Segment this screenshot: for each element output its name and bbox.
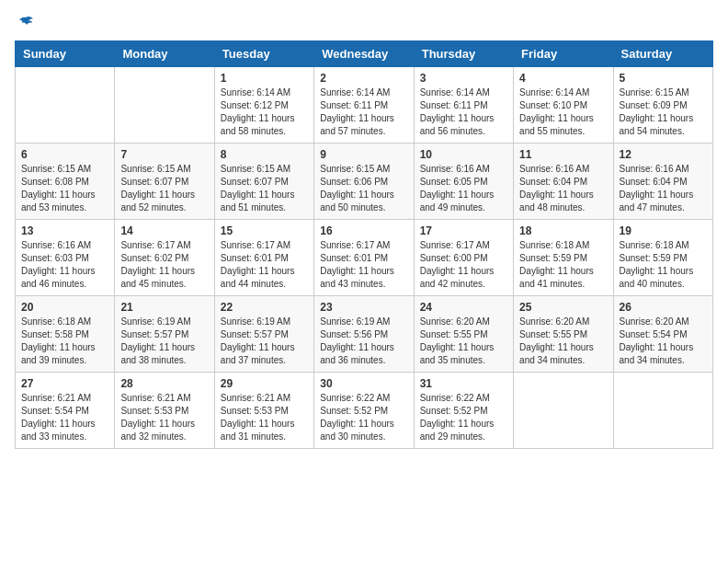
calendar-cell: 8Sunrise: 6:15 AM Sunset: 6:07 PM Daylig… — [214, 144, 313, 220]
day-number: 31 — [420, 377, 507, 390]
calendar-cell: 25Sunrise: 6:20 AM Sunset: 5:55 PM Dayli… — [514, 296, 613, 373]
logo — [15, 15, 35, 33]
logo-bird-icon — [17, 15, 35, 33]
calendar-week-2: 13Sunrise: 6:16 AM Sunset: 6:03 PM Dayli… — [16, 220, 713, 296]
calendar-cell: 19Sunrise: 6:18 AM Sunset: 5:59 PM Dayli… — [613, 220, 712, 296]
calendar-cell — [613, 373, 712, 449]
calendar-cell: 24Sunrise: 6:20 AM Sunset: 5:55 PM Dayli… — [414, 296, 513, 373]
day-number: 6 — [21, 148, 108, 161]
calendar-body: 1Sunrise: 6:14 AM Sunset: 6:12 PM Daylig… — [16, 67, 713, 449]
day-info: Sunrise: 6:15 AM Sunset: 6:07 PM Dayligh… — [120, 163, 208, 214]
calendar-cell: 31Sunrise: 6:22 AM Sunset: 5:52 PM Dayli… — [414, 373, 513, 449]
day-info: Sunrise: 6:17 AM Sunset: 6:01 PM Dayligh… — [320, 239, 407, 291]
calendar-cell — [115, 67, 214, 144]
day-number: 11 — [519, 148, 607, 161]
day-number: 25 — [519, 301, 607, 314]
day-info: Sunrise: 6:18 AM Sunset: 5:58 PM Dayligh… — [21, 316, 108, 367]
day-info: Sunrise: 6:14 AM Sunset: 6:10 PM Dayligh… — [519, 86, 607, 138]
calendar-cell: 22Sunrise: 6:19 AM Sunset: 5:57 PM Dayli… — [214, 296, 313, 373]
day-info: Sunrise: 6:14 AM Sunset: 6:11 PM Dayligh… — [320, 86, 407, 138]
day-number: 21 — [120, 301, 208, 314]
day-info: Sunrise: 6:16 AM Sunset: 6:05 PM Dayligh… — [420, 163, 507, 214]
day-number: 27 — [21, 377, 108, 390]
calendar-cell: 15Sunrise: 6:17 AM Sunset: 6:01 PM Dayli… — [214, 220, 313, 296]
calendar-cell: 30Sunrise: 6:22 AM Sunset: 5:52 PM Dayli… — [314, 373, 414, 449]
day-info: Sunrise: 6:22 AM Sunset: 5:52 PM Dayligh… — [420, 392, 507, 443]
weekday-header-sunday: Sunday — [16, 41, 115, 67]
calendar-week-0: 1Sunrise: 6:14 AM Sunset: 6:12 PM Daylig… — [16, 67, 713, 144]
calendar-header-row: SundayMondayTuesdayWednesdayThursdayFrid… — [16, 41, 713, 67]
calendar-cell: 4Sunrise: 6:14 AM Sunset: 6:10 PM Daylig… — [514, 67, 613, 144]
calendar-cell: 28Sunrise: 6:21 AM Sunset: 5:53 PM Dayli… — [115, 373, 214, 449]
day-number: 4 — [519, 72, 607, 85]
calendar-cell: 20Sunrise: 6:18 AM Sunset: 5:58 PM Dayli… — [16, 296, 115, 373]
day-number: 30 — [320, 377, 407, 390]
day-info: Sunrise: 6:16 AM Sunset: 6:04 PM Dayligh… — [620, 163, 707, 214]
day-info: Sunrise: 6:14 AM Sunset: 6:12 PM Dayligh… — [221, 86, 308, 138]
calendar-cell: 2Sunrise: 6:14 AM Sunset: 6:11 PM Daylig… — [314, 67, 414, 144]
day-number: 19 — [620, 224, 707, 237]
day-number: 28 — [120, 377, 208, 390]
calendar-table: SundayMondayTuesdayWednesdayThursdayFrid… — [15, 40, 713, 449]
day-info: Sunrise: 6:21 AM Sunset: 5:53 PM Dayligh… — [221, 392, 308, 443]
calendar-cell: 17Sunrise: 6:17 AM Sunset: 6:00 PM Dayli… — [414, 220, 513, 296]
day-number: 13 — [21, 224, 108, 237]
day-number: 8 — [221, 148, 308, 161]
day-info: Sunrise: 6:17 AM Sunset: 6:01 PM Dayligh… — [221, 239, 308, 291]
weekday-header-thursday: Thursday — [414, 41, 513, 67]
day-info: Sunrise: 6:17 AM Sunset: 6:02 PM Dayligh… — [120, 239, 208, 291]
day-info: Sunrise: 6:15 AM Sunset: 6:06 PM Dayligh… — [320, 163, 407, 214]
day-info: Sunrise: 6:20 AM Sunset: 5:55 PM Dayligh… — [519, 316, 607, 367]
calendar-cell: 7Sunrise: 6:15 AM Sunset: 6:07 PM Daylig… — [115, 144, 214, 220]
calendar-cell: 14Sunrise: 6:17 AM Sunset: 6:02 PM Dayli… — [115, 220, 214, 296]
day-info: Sunrise: 6:19 AM Sunset: 5:57 PM Dayligh… — [120, 316, 208, 367]
day-info: Sunrise: 6:19 AM Sunset: 5:56 PM Dayligh… — [320, 316, 407, 367]
calendar-cell: 18Sunrise: 6:18 AM Sunset: 5:59 PM Dayli… — [514, 220, 613, 296]
day-info: Sunrise: 6:21 AM Sunset: 5:53 PM Dayligh… — [120, 392, 208, 443]
calendar-week-3: 20Sunrise: 6:18 AM Sunset: 5:58 PM Dayli… — [16, 296, 713, 373]
calendar-cell: 10Sunrise: 6:16 AM Sunset: 6:05 PM Dayli… — [414, 144, 513, 220]
day-number: 29 — [221, 377, 308, 390]
day-info: Sunrise: 6:18 AM Sunset: 5:59 PM Dayligh… — [519, 239, 607, 291]
day-number: 7 — [120, 148, 208, 161]
day-info: Sunrise: 6:15 AM Sunset: 6:08 PM Dayligh… — [21, 163, 108, 214]
weekday-header-tuesday: Tuesday — [214, 41, 313, 67]
day-number: 1 — [221, 72, 308, 85]
calendar-cell: 27Sunrise: 6:21 AM Sunset: 5:54 PM Dayli… — [16, 373, 115, 449]
calendar-cell: 6Sunrise: 6:15 AM Sunset: 6:08 PM Daylig… — [16, 144, 115, 220]
calendar-cell: 5Sunrise: 6:15 AM Sunset: 6:09 PM Daylig… — [613, 67, 712, 144]
day-number: 15 — [221, 224, 308, 237]
day-info: Sunrise: 6:18 AM Sunset: 5:59 PM Dayligh… — [620, 239, 707, 291]
calendar-cell: 9Sunrise: 6:15 AM Sunset: 6:06 PM Daylig… — [314, 144, 414, 220]
day-number: 10 — [420, 148, 507, 161]
day-number: 2 — [320, 72, 407, 85]
day-info: Sunrise: 6:16 AM Sunset: 6:03 PM Dayligh… — [21, 239, 108, 291]
day-number: 17 — [420, 224, 507, 237]
day-number: 26 — [620, 301, 707, 314]
day-number: 16 — [320, 224, 407, 237]
calendar-cell: 29Sunrise: 6:21 AM Sunset: 5:53 PM Dayli… — [214, 373, 313, 449]
calendar-cell: 12Sunrise: 6:16 AM Sunset: 6:04 PM Dayli… — [613, 144, 712, 220]
day-info: Sunrise: 6:21 AM Sunset: 5:54 PM Dayligh… — [21, 392, 108, 443]
day-info: Sunrise: 6:19 AM Sunset: 5:57 PM Dayligh… — [221, 316, 308, 367]
day-info: Sunrise: 6:16 AM Sunset: 6:04 PM Dayligh… — [519, 163, 607, 214]
calendar-week-4: 27Sunrise: 6:21 AM Sunset: 5:54 PM Dayli… — [16, 373, 713, 449]
day-info: Sunrise: 6:20 AM Sunset: 5:54 PM Dayligh… — [620, 316, 707, 367]
calendar-cell: 11Sunrise: 6:16 AM Sunset: 6:04 PM Dayli… — [514, 144, 613, 220]
day-number: 3 — [420, 72, 507, 85]
calendar-cell: 3Sunrise: 6:14 AM Sunset: 6:11 PM Daylig… — [414, 67, 513, 144]
calendar-cell — [514, 373, 613, 449]
weekday-header-friday: Friday — [514, 41, 613, 67]
day-number: 9 — [320, 148, 407, 161]
day-number: 20 — [21, 301, 108, 314]
day-number: 23 — [320, 301, 407, 314]
calendar-cell: 1Sunrise: 6:14 AM Sunset: 6:12 PM Daylig… — [214, 67, 313, 144]
calendar-cell: 21Sunrise: 6:19 AM Sunset: 5:57 PM Dayli… — [115, 296, 214, 373]
day-info: Sunrise: 6:15 AM Sunset: 6:09 PM Dayligh… — [620, 86, 707, 138]
page-header — [15, 15, 713, 33]
calendar-cell — [16, 67, 115, 144]
day-info: Sunrise: 6:15 AM Sunset: 6:07 PM Dayligh… — [221, 163, 308, 214]
day-number: 22 — [221, 301, 308, 314]
calendar-cell: 13Sunrise: 6:16 AM Sunset: 6:03 PM Dayli… — [16, 220, 115, 296]
day-number: 24 — [420, 301, 507, 314]
